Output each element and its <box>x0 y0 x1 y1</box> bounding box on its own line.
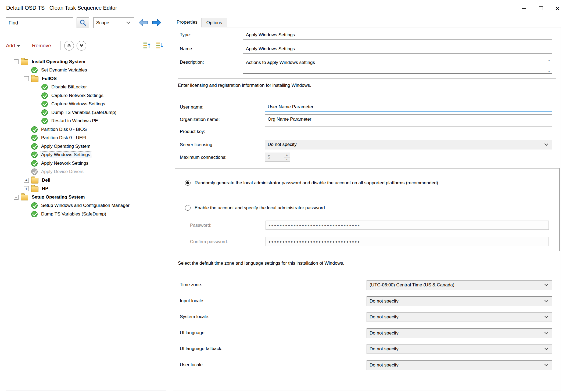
navigate-back-button[interactable] <box>137 18 149 28</box>
tree-item-label: Disable BitLocker <box>50 84 88 90</box>
tree-item-label: Capture Network Settings <box>50 92 105 99</box>
step-check-icon <box>41 101 48 107</box>
title-bar[interactable]: Default OSD TS - Clean Task Sequence Edi… <box>0 0 566 16</box>
tree-item-label: Setup Operating System <box>31 194 86 200</box>
double-chevron-down-icon <box>79 43 84 49</box>
tree-item-label: Apply Windows Settings <box>40 152 91 158</box>
scroll-up-icon[interactable]: ▲ <box>548 59 550 62</box>
organization-name-input[interactable]: Org Name Parameter <box>265 114 552 124</box>
locale-select[interactable]: (UTC-06:00) Central Time (US & Canada) <box>367 280 552 290</box>
tree-item[interactable]: Dump TS Variables (SafeDump) <box>6 210 166 218</box>
locale-select[interactable]: Do not specify <box>367 344 552 354</box>
server-licensing-value: Do not specify <box>268 142 297 147</box>
add-button[interactable]: Add <box>6 41 20 51</box>
find-input[interactable] <box>6 17 73 28</box>
tree-item[interactable]: Set Dynamic Variables <box>6 66 166 75</box>
description-scrollbar[interactable]: ▲ ▼ <box>547 59 551 73</box>
radio-selected-icon[interactable] <box>185 180 191 186</box>
collapse-all-button[interactable] <box>64 41 74 51</box>
group-folder-icon <box>31 186 38 192</box>
tree-item[interactable]: Setup Windows and Configuration Manager <box>6 202 166 210</box>
locale-select[interactable]: Do not specify <box>367 328 552 338</box>
tree-item[interactable]: Dump TS Variables (SafeDump) <box>6 108 166 117</box>
chevron-down-icon <box>544 282 548 286</box>
tree-item[interactable]: Apply Device Drivers <box>6 168 166 176</box>
expand-node-icon[interactable]: + <box>24 186 29 191</box>
tree-item[interactable]: Capture Windows Settings <box>6 100 166 109</box>
tree-item[interactable]: +HP <box>6 185 166 193</box>
remove-button[interactable]: Remove <box>32 41 51 51</box>
locale-row-label: User locale: <box>180 362 204 368</box>
add-button-label: Add <box>6 43 15 49</box>
description-field[interactable]: Actions to apply Windows settings ▲ ▼ <box>243 58 552 74</box>
max-connections-value: 5 <box>268 154 270 160</box>
locale-select-value: Do not specify <box>370 330 399 336</box>
locale-row: Time zone:(UTC-06:00) Central Time (US &… <box>173 280 561 290</box>
chevron-down-icon <box>544 330 548 334</box>
collapse-node-icon[interactable]: − <box>24 76 29 81</box>
task-sequence-tree[interactable]: −Install Operating SystemSet Dynamic Var… <box>6 55 166 390</box>
text-cursor <box>314 104 314 110</box>
tree-item[interactable]: Apply Operating System <box>6 142 166 151</box>
tree-item[interactable]: Partition Disk 0 - UEFI <box>6 134 166 142</box>
tab-options-label: Options <box>206 20 222 26</box>
tree-item[interactable]: +Dell <box>6 176 166 185</box>
server-licensing-select[interactable]: Do not specify <box>265 140 552 149</box>
search-button[interactable] <box>77 17 89 28</box>
step-check-icon <box>31 202 38 209</box>
tree-item[interactable]: Capture Network Settings <box>6 91 166 100</box>
tab-properties[interactable]: Properties <box>173 17 201 28</box>
locale-select[interactable]: Do not specify <box>367 312 552 322</box>
radio-unselected-icon[interactable] <box>185 205 191 211</box>
spinner-up-icon[interactable]: ▲ <box>284 153 290 157</box>
tree-item-label: FullOS <box>41 75 58 82</box>
search-icon <box>79 19 86 27</box>
enable-account-option[interactable]: Enable the account and specify the local… <box>185 205 325 211</box>
chevron-down-icon <box>544 298 548 302</box>
expand-all-button[interactable] <box>77 41 86 51</box>
locale-rows: Time zone:(UTC-06:00) Central Time (US &… <box>173 280 561 376</box>
tree-item[interactable]: Disable BitLocker <box>6 83 166 92</box>
scope-select[interactable]: Scope <box>93 17 134 28</box>
tree-item[interactable]: Apply Network Settings <box>6 159 166 168</box>
random-password-option[interactable]: Randomly generate the local administrato… <box>185 180 438 186</box>
toolbar-divider <box>60 41 61 50</box>
tab-options[interactable]: Options <box>201 18 227 27</box>
tree-item[interactable]: Apply Windows Settings <box>6 151 166 159</box>
close-button[interactable]: ✕ <box>549 0 566 16</box>
double-chevron-up-icon <box>66 43 72 49</box>
scroll-down-icon[interactable]: ▼ <box>548 70 550 73</box>
organization-name-value: Org Name Parameter <box>268 117 311 122</box>
tree-item[interactable]: Restart in Windows PE <box>6 117 166 125</box>
expand-node-icon[interactable]: + <box>24 178 29 183</box>
step-disabled-icon <box>31 168 38 175</box>
tab-properties-label: Properties <box>177 20 197 25</box>
close-icon: ✕ <box>555 6 560 11</box>
spinner-down-icon[interactable]: ▼ <box>284 157 290 162</box>
locale-select[interactable]: Do not specify <box>367 296 552 306</box>
locale-row: Input locale:Do not specify <box>173 296 561 306</box>
expand-tree-button[interactable] <box>141 41 153 51</box>
collapse-node-icon[interactable]: − <box>14 195 19 200</box>
tree-item[interactable]: −FullOS <box>6 74 166 83</box>
spinner-buttons: ▲ ▼ <box>284 153 290 161</box>
tree-item[interactable]: −Setup Operating System <box>6 193 166 202</box>
locale-select[interactable]: Do not specify <box>367 360 552 370</box>
navigate-forward-button[interactable] <box>151 18 163 28</box>
random-password-label: Randomly generate the local administrato… <box>195 180 438 186</box>
password-masked-value: ●●●●●●●●●●●●●●●●●●●●●●●●●●●●●●●●● <box>268 223 360 227</box>
product-key-input[interactable] <box>265 127 552 136</box>
maximize-button[interactable] <box>532 0 549 16</box>
minimize-button[interactable] <box>516 0 532 16</box>
collapse-tree-button[interactable] <box>154 41 166 51</box>
collapse-node-icon[interactable]: − <box>14 59 19 64</box>
name-field[interactable]: Apply Windows Settings <box>243 44 552 54</box>
scope-select-value: Scope <box>96 20 109 26</box>
user-name-input[interactable]: User Name Parameter <box>265 102 552 112</box>
tree-item[interactable]: −Install Operating System <box>6 57 166 66</box>
tree-item-label: Restart in Windows PE <box>50 118 99 124</box>
tree-item-label: Dump TS Variables (SafeDump) <box>50 109 117 116</box>
step-check-icon <box>41 84 48 90</box>
tree-item[interactable]: Partition Disk 0 - BIOS <box>6 125 166 134</box>
type-field: Apply Windows Settings <box>243 30 552 40</box>
